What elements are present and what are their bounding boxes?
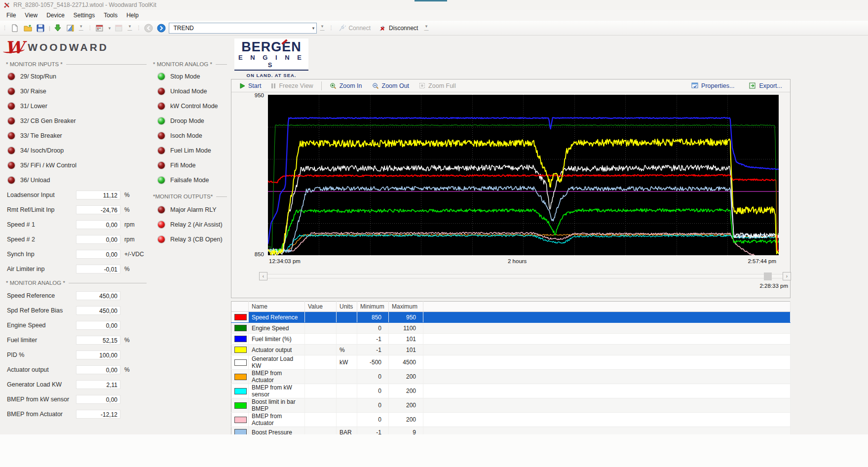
- monitor-input-label: 31/ Lower: [20, 103, 47, 110]
- series-swatch-cell: [231, 334, 249, 345]
- table-row[interactable]: BMEP from Actuator0200: [231, 413, 791, 427]
- table-row[interactable]: BMEP from Actuator0200: [231, 370, 791, 384]
- monitor-mode-label: Droop Mode: [170, 117, 204, 124]
- trend-export-button[interactable]: Export...: [745, 81, 786, 90]
- series-swatch-cell: [231, 370, 249, 384]
- analog-field-row: PID %100,00: [7, 348, 130, 362]
- forward-button[interactable]: [156, 23, 167, 34]
- scroll-right-button[interactable]: ›: [783, 272, 791, 280]
- table-row[interactable]: Actuator output%-1101: [231, 345, 791, 355]
- design-tools-button[interactable]: [65, 23, 76, 34]
- analog-field-value: 0,00: [76, 395, 120, 404]
- trend-properties-button[interactable]: Properties...: [687, 81, 738, 90]
- series-name: BMEP from Actuator: [249, 413, 305, 427]
- table-row[interactable]: Fuel limiter (%)-1101: [231, 334, 791, 345]
- trend-zoom-out-button[interactable]: Zoom Out: [368, 81, 414, 90]
- led-on-icon: [158, 73, 165, 80]
- monitor-input-label: 30/ Raise: [20, 88, 46, 95]
- input-field-value: -24,76: [76, 205, 120, 214]
- disabled-tool-button: [113, 23, 124, 34]
- menu-item-device[interactable]: Device: [42, 10, 69, 20]
- table-row[interactable]: Generator Load KWkW-5004500: [231, 355, 791, 370]
- input-field-unit: rpm: [124, 221, 135, 228]
- led-on-icon: [158, 177, 165, 184]
- play-icon: [239, 83, 245, 89]
- trend-plot[interactable]: [268, 95, 779, 255]
- menu-item-help[interactable]: Help: [122, 10, 143, 20]
- scrollbar-track[interactable]: [267, 274, 783, 278]
- table-row[interactable]: Engine Speed01100: [231, 323, 791, 334]
- menu-item-tools[interactable]: Tools: [99, 10, 122, 20]
- window-title: RR_8280-1057_5418-2271J.wtool - Woodward…: [13, 1, 156, 8]
- toolbar-overflow-icon[interactable]: ▾―: [423, 24, 429, 32]
- input-field-value: 0,00: [76, 220, 120, 229]
- trend-zoom-in-button[interactable]: Zoom In: [326, 81, 366, 90]
- series-name: Generator Load KW: [249, 355, 305, 370]
- monitor-input-row: 29/ Stop/Run: [8, 69, 76, 84]
- toolbar-overflow-icon[interactable]: ▾―: [78, 24, 84, 32]
- table-row[interactable]: BMEP from kW sensor0200: [231, 384, 791, 398]
- monitor-output-row: Major Alarm RLY: [158, 202, 223, 217]
- view-selector-combobox[interactable]: TREND ▾: [169, 23, 317, 34]
- series-value: [305, 370, 337, 384]
- series-value: [305, 398, 337, 413]
- monitor-mode-label: Stop Mode: [170, 73, 200, 80]
- toolbar-overflow-icon[interactable]: ▾―: [319, 24, 325, 32]
- series-units: [337, 370, 357, 384]
- trend-script-button[interactable]: [95, 23, 106, 34]
- analog-field-value: 100,00: [76, 350, 120, 359]
- start-label: Start: [248, 82, 261, 89]
- table-header-name: Name: [249, 302, 305, 312]
- monitor-inputs-title: * MONITOR INPUTS *: [6, 61, 63, 67]
- monitor-analog-mid-header: * MONITOR ANALOG *: [153, 61, 227, 67]
- series-table: NameValueUnitsMinimumMaximum Speed Refer…: [231, 301, 791, 449]
- series-swatch-cell: [231, 398, 249, 413]
- led-on-icon: [158, 117, 165, 124]
- save-button[interactable]: [35, 23, 46, 34]
- row-filler: [423, 370, 791, 384]
- scrollbar-thumb[interactable]: [764, 272, 772, 280]
- analog-field-label: Actuator output: [7, 366, 76, 373]
- trend-start-button[interactable]: Start: [235, 81, 265, 90]
- led-off-icon: [8, 147, 15, 154]
- series-color-swatch: [234, 374, 247, 380]
- monitor-input-row: 32/ CB Gen Breaker: [8, 114, 76, 128]
- trend-panel: Start Freeze View Zoom In Zoom Out: [231, 79, 791, 298]
- monitor-input-row: 30/ Raise: [8, 84, 76, 99]
- load-application-button[interactable]: [52, 23, 63, 34]
- table-row[interactable]: Boost limit in bar BMEP0200: [231, 398, 791, 413]
- series-color-swatch: [234, 402, 247, 409]
- x-axis-start-label: 12:34:03 pm: [269, 258, 301, 264]
- row-filler: [423, 334, 791, 345]
- table-row[interactable]: Speed Reference850950: [231, 312, 791, 323]
- toolbar-overflow-icon[interactable]: ▾―: [126, 24, 133, 32]
- menu-item-file[interactable]: File: [2, 10, 20, 20]
- monitor-input-row: 31/ Lower: [8, 99, 76, 114]
- open-file-button[interactable]: [22, 23, 33, 34]
- scroll-left-button[interactable]: ‹: [259, 272, 267, 280]
- disconnect-button[interactable]: Disconnect: [376, 23, 421, 33]
- dropdown-arrow-icon[interactable]: ▾: [108, 26, 112, 30]
- monitor-analog-fields: Speed Reference450,00Spd Ref Before Bias…: [7, 288, 130, 422]
- monitor-input-row: 33/ Tie Breaker: [8, 128, 76, 143]
- connect-button: Connect: [336, 24, 374, 33]
- menu-item-view[interactable]: View: [20, 10, 42, 20]
- bergen-logo-text: BERGEN: [237, 40, 305, 53]
- menu-item-settings[interactable]: Settings: [69, 10, 99, 20]
- row-filler: [423, 345, 791, 355]
- led-on-icon: [158, 221, 165, 228]
- led-off-icon: [8, 73, 15, 80]
- analog-field-label: PID %: [7, 351, 76, 358]
- woodward-logo: W WOODWARD: [5, 39, 118, 56]
- monitor-mode-row: Fifi Mode: [158, 158, 218, 173]
- trend-scrollbar[interactable]: ‹ ›: [259, 272, 791, 280]
- new-file-button[interactable]: [9, 23, 20, 34]
- series-value: [305, 355, 337, 370]
- monitor-output-row: Relay 2 (Air Assist): [158, 217, 223, 232]
- app-icon: [3, 1, 10, 8]
- bergen-engines-text: E N G I N E S: [237, 54, 305, 69]
- input-field-value: 11,12: [76, 191, 120, 199]
- export-icon: [749, 82, 756, 89]
- input-field-unit: %: [124, 192, 130, 198]
- monitor-input-row: 35/ FiFi / kW Control: [8, 158, 76, 173]
